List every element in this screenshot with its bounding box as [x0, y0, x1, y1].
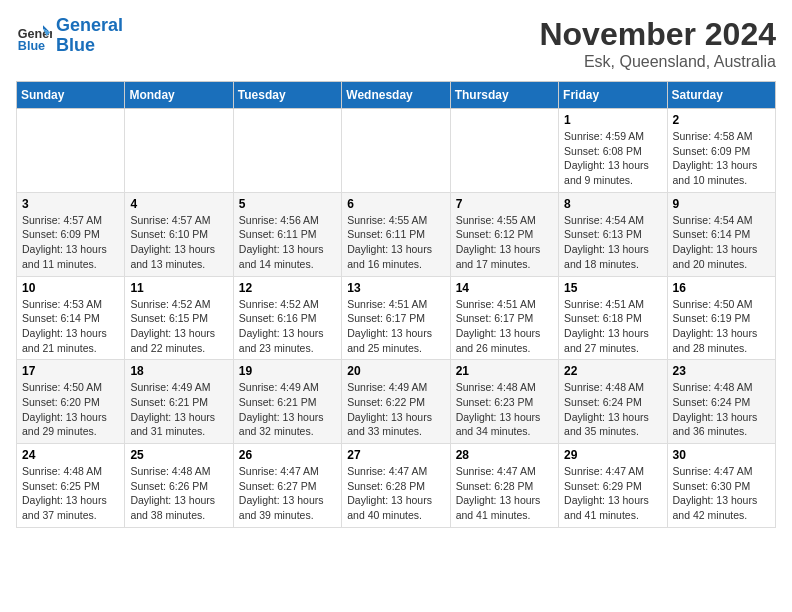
calendar-cell: 26Sunrise: 4:47 AM Sunset: 6:27 PM Dayli…	[233, 444, 341, 528]
day-info: Sunrise: 4:57 AM Sunset: 6:10 PM Dayligh…	[130, 213, 227, 272]
day-number: 2	[673, 113, 770, 127]
calendar-cell: 20Sunrise: 4:49 AM Sunset: 6:22 PM Dayli…	[342, 360, 450, 444]
day-number: 17	[22, 364, 119, 378]
day-number: 15	[564, 281, 661, 295]
calendar-cell: 21Sunrise: 4:48 AM Sunset: 6:23 PM Dayli…	[450, 360, 558, 444]
day-info: Sunrise: 4:47 AM Sunset: 6:30 PM Dayligh…	[673, 464, 770, 523]
day-info: Sunrise: 4:50 AM Sunset: 6:19 PM Dayligh…	[673, 297, 770, 356]
weekday-header: Tuesday	[233, 82, 341, 109]
calendar-cell: 19Sunrise: 4:49 AM Sunset: 6:21 PM Dayli…	[233, 360, 341, 444]
calendar-cell: 6Sunrise: 4:55 AM Sunset: 6:11 PM Daylig…	[342, 192, 450, 276]
day-info: Sunrise: 4:50 AM Sunset: 6:20 PM Dayligh…	[22, 380, 119, 439]
day-info: Sunrise: 4:51 AM Sunset: 6:17 PM Dayligh…	[347, 297, 444, 356]
day-info: Sunrise: 4:53 AM Sunset: 6:14 PM Dayligh…	[22, 297, 119, 356]
day-info: Sunrise: 4:59 AM Sunset: 6:08 PM Dayligh…	[564, 129, 661, 188]
calendar-cell: 14Sunrise: 4:51 AM Sunset: 6:17 PM Dayli…	[450, 276, 558, 360]
weekday-header-row: SundayMondayTuesdayWednesdayThursdayFrid…	[17, 82, 776, 109]
logo-icon: General Blue	[16, 18, 52, 54]
day-number: 9	[673, 197, 770, 211]
calendar-cell: 15Sunrise: 4:51 AM Sunset: 6:18 PM Dayli…	[559, 276, 667, 360]
day-info: Sunrise: 4:47 AM Sunset: 6:29 PM Dayligh…	[564, 464, 661, 523]
calendar-cell: 16Sunrise: 4:50 AM Sunset: 6:19 PM Dayli…	[667, 276, 775, 360]
day-info: Sunrise: 4:55 AM Sunset: 6:12 PM Dayligh…	[456, 213, 553, 272]
day-number: 19	[239, 364, 336, 378]
calendar-cell: 29Sunrise: 4:47 AM Sunset: 6:29 PM Dayli…	[559, 444, 667, 528]
day-info: Sunrise: 4:49 AM Sunset: 6:21 PM Dayligh…	[130, 380, 227, 439]
calendar-cell: 1Sunrise: 4:59 AM Sunset: 6:08 PM Daylig…	[559, 109, 667, 193]
day-number: 3	[22, 197, 119, 211]
day-number: 14	[456, 281, 553, 295]
day-number: 8	[564, 197, 661, 211]
day-number: 28	[456, 448, 553, 462]
day-info: Sunrise: 4:48 AM Sunset: 6:24 PM Dayligh…	[564, 380, 661, 439]
weekday-header: Sunday	[17, 82, 125, 109]
day-number: 5	[239, 197, 336, 211]
calendar-cell	[450, 109, 558, 193]
day-info: Sunrise: 4:47 AM Sunset: 6:27 PM Dayligh…	[239, 464, 336, 523]
calendar-cell: 30Sunrise: 4:47 AM Sunset: 6:30 PM Dayli…	[667, 444, 775, 528]
day-number: 1	[564, 113, 661, 127]
day-info: Sunrise: 4:47 AM Sunset: 6:28 PM Dayligh…	[456, 464, 553, 523]
weekday-header: Saturday	[667, 82, 775, 109]
calendar-cell	[233, 109, 341, 193]
calendar-cell: 28Sunrise: 4:47 AM Sunset: 6:28 PM Dayli…	[450, 444, 558, 528]
calendar-cell: 24Sunrise: 4:48 AM Sunset: 6:25 PM Dayli…	[17, 444, 125, 528]
day-number: 20	[347, 364, 444, 378]
day-info: Sunrise: 4:54 AM Sunset: 6:14 PM Dayligh…	[673, 213, 770, 272]
day-number: 13	[347, 281, 444, 295]
weekday-header: Wednesday	[342, 82, 450, 109]
day-number: 22	[564, 364, 661, 378]
calendar-cell: 9Sunrise: 4:54 AM Sunset: 6:14 PM Daylig…	[667, 192, 775, 276]
day-number: 11	[130, 281, 227, 295]
day-info: Sunrise: 4:52 AM Sunset: 6:16 PM Dayligh…	[239, 297, 336, 356]
calendar-cell: 8Sunrise: 4:54 AM Sunset: 6:13 PM Daylig…	[559, 192, 667, 276]
day-info: Sunrise: 4:48 AM Sunset: 6:24 PM Dayligh…	[673, 380, 770, 439]
calendar-cell: 17Sunrise: 4:50 AM Sunset: 6:20 PM Dayli…	[17, 360, 125, 444]
logo-blue: Blue	[56, 35, 95, 55]
day-number: 7	[456, 197, 553, 211]
day-number: 29	[564, 448, 661, 462]
calendar-cell: 11Sunrise: 4:52 AM Sunset: 6:15 PM Dayli…	[125, 276, 233, 360]
day-info: Sunrise: 4:48 AM Sunset: 6:23 PM Dayligh…	[456, 380, 553, 439]
day-info: Sunrise: 4:49 AM Sunset: 6:22 PM Dayligh…	[347, 380, 444, 439]
logo-general: General	[56, 15, 123, 35]
day-number: 26	[239, 448, 336, 462]
calendar-week-row: 3Sunrise: 4:57 AM Sunset: 6:09 PM Daylig…	[17, 192, 776, 276]
day-info: Sunrise: 4:51 AM Sunset: 6:18 PM Dayligh…	[564, 297, 661, 356]
calendar-week-row: 1Sunrise: 4:59 AM Sunset: 6:08 PM Daylig…	[17, 109, 776, 193]
day-number: 25	[130, 448, 227, 462]
day-info: Sunrise: 4:54 AM Sunset: 6:13 PM Dayligh…	[564, 213, 661, 272]
calendar-week-row: 10Sunrise: 4:53 AM Sunset: 6:14 PM Dayli…	[17, 276, 776, 360]
calendar-cell: 27Sunrise: 4:47 AM Sunset: 6:28 PM Dayli…	[342, 444, 450, 528]
day-number: 23	[673, 364, 770, 378]
day-info: Sunrise: 4:56 AM Sunset: 6:11 PM Dayligh…	[239, 213, 336, 272]
day-number: 10	[22, 281, 119, 295]
calendar-week-row: 17Sunrise: 4:50 AM Sunset: 6:20 PM Dayli…	[17, 360, 776, 444]
calendar-cell: 23Sunrise: 4:48 AM Sunset: 6:24 PM Dayli…	[667, 360, 775, 444]
day-info: Sunrise: 4:51 AM Sunset: 6:17 PM Dayligh…	[456, 297, 553, 356]
calendar-cell: 10Sunrise: 4:53 AM Sunset: 6:14 PM Dayli…	[17, 276, 125, 360]
calendar: SundayMondayTuesdayWednesdayThursdayFrid…	[16, 81, 776, 528]
day-number: 27	[347, 448, 444, 462]
logo: General Blue General Blue	[16, 16, 123, 56]
day-info: Sunrise: 4:49 AM Sunset: 6:21 PM Dayligh…	[239, 380, 336, 439]
calendar-cell: 18Sunrise: 4:49 AM Sunset: 6:21 PM Dayli…	[125, 360, 233, 444]
title-area: November 2024 Esk, Queensland, Australia	[539, 16, 776, 71]
weekday-header: Monday	[125, 82, 233, 109]
weekday-header: Friday	[559, 82, 667, 109]
day-number: 30	[673, 448, 770, 462]
day-info: Sunrise: 4:52 AM Sunset: 6:15 PM Dayligh…	[130, 297, 227, 356]
calendar-week-row: 24Sunrise: 4:48 AM Sunset: 6:25 PM Dayli…	[17, 444, 776, 528]
day-number: 21	[456, 364, 553, 378]
day-info: Sunrise: 4:47 AM Sunset: 6:28 PM Dayligh…	[347, 464, 444, 523]
month-title: November 2024	[539, 16, 776, 53]
day-number: 24	[22, 448, 119, 462]
day-info: Sunrise: 4:57 AM Sunset: 6:09 PM Dayligh…	[22, 213, 119, 272]
calendar-cell	[125, 109, 233, 193]
location-title: Esk, Queensland, Australia	[539, 53, 776, 71]
calendar-cell	[17, 109, 125, 193]
calendar-cell: 12Sunrise: 4:52 AM Sunset: 6:16 PM Dayli…	[233, 276, 341, 360]
svg-text:Blue: Blue	[18, 39, 45, 53]
day-number: 12	[239, 281, 336, 295]
calendar-cell: 25Sunrise: 4:48 AM Sunset: 6:26 PM Dayli…	[125, 444, 233, 528]
